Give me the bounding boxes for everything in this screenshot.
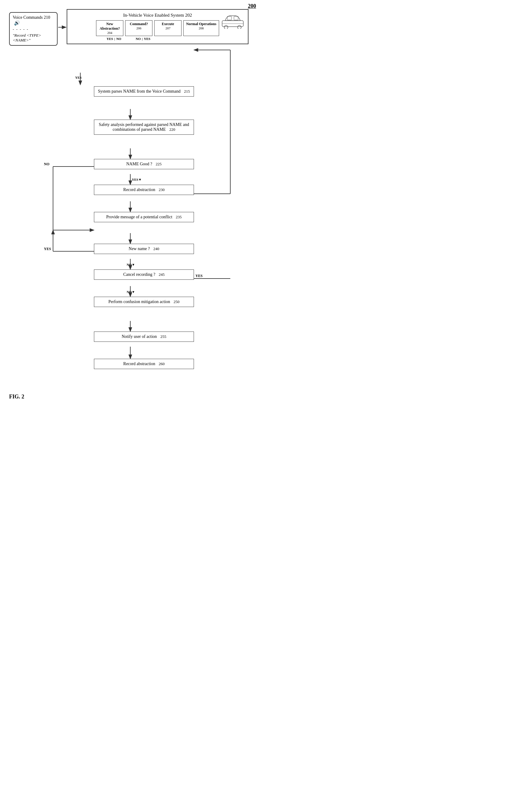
flow-text-220: Safety analysis performed against parsed… [99, 122, 189, 132]
flow-box-230: Record abstraction 230 [94, 185, 194, 195]
svg-text:NO: NO [44, 162, 50, 166]
flow-number-255: 255 [160, 334, 166, 339]
flow-number-260: 260 [159, 362, 165, 366]
flow-box-225: NAME Good ? 225 [94, 159, 194, 169]
flow-box-255: Notify user of action 255 [94, 332, 194, 342]
arrows-svg: YES YES▼ NO YES NO▼ [0, 0, 265, 406]
figure-label: FIG. 2 [9, 394, 24, 400]
flow-box-260: Record abstraction 260 [94, 359, 194, 369]
flow-text-255: Notify user of action [122, 334, 157, 339]
voice-command-text: "Record <TYPE> <NAME>" [13, 33, 54, 43]
flow-box-245: Cancel recording ? 245 [94, 270, 194, 280]
sub-box-labels-row: YES | NO NO | YES [70, 37, 245, 41]
flow-text-215: System parses NAME from the Voice Comman… [98, 89, 180, 93]
speaker-icon: 🔊 [14, 20, 20, 26]
svg-text:YES▼: YES▼ [132, 178, 141, 182]
flow-number-240: 240 [153, 246, 159, 251]
svg-text:YES: YES [75, 76, 82, 79]
voice-commands-box: Voice Commands 210 🔊 - - - - - "Record <… [9, 12, 58, 46]
voice-commands-number: 210 [44, 15, 50, 20]
sub-box-execute: Execute 207 [154, 20, 182, 36]
flow-text-235: Provide message of a potential conflict [106, 215, 172, 219]
flow-number-215: 215 [184, 89, 190, 93]
sub-box-new-abstraction: NewAbstraction? 204 [96, 20, 123, 36]
diagram-container: 200 Voice Commands 210 🔊 - - - - - "Reco… [0, 0, 265, 406]
flow-text-240: New name ? [129, 246, 150, 251]
figure-number: 200 [248, 3, 256, 10]
flow-number-250: 250 [173, 300, 180, 304]
flow-box-235: Provide message of a potential conflict … [94, 212, 194, 222]
flow-number-220: 220 [169, 127, 176, 132]
sub-boxes-row: NewAbstraction? 204 Command? 206 Execute… [70, 20, 245, 36]
svg-rect-5 [234, 16, 238, 20]
flow-number-245: 245 [159, 272, 165, 277]
voice-dashes: - - - - - [13, 27, 54, 32]
svg-text:NO▼: NO▼ [127, 263, 135, 266]
svg-text:YES: YES [44, 247, 51, 251]
svg-rect-4 [227, 16, 232, 20]
flow-number-235: 235 [176, 215, 182, 219]
flow-box-250: Perform confusion mitigation action 250 [94, 297, 194, 307]
flow-number-225: 225 [156, 162, 162, 166]
flow-text-230: Record abstraction [123, 187, 155, 192]
flow-number-230: 230 [159, 187, 165, 192]
invehicle-title: In-Vehicle Voice Enabled System 202 [70, 13, 245, 18]
sub-box-normal-ops: Normal Operations 208 [183, 20, 219, 36]
invehicle-system-box: In-Vehicle Voice Enabled System 202 NewA… [67, 9, 249, 44]
svg-text:NO▼: NO▼ [127, 290, 135, 294]
flow-box-220: Safety analysis performed against parsed… [94, 120, 194, 135]
flow-box-240: New name ? 240 [94, 244, 194, 254]
flow-text-260: Record abstraction [123, 362, 155, 366]
flow-text-250: Perform confusion mitigation action [109, 300, 170, 304]
flow-text-245: Cancel recording ? [123, 272, 155, 277]
flow-text-225: NAME Good ? [126, 162, 152, 166]
flow-box-215: System parses NAME from the Voice Comman… [94, 86, 194, 97]
svg-text:YES: YES [195, 274, 203, 278]
voice-commands-title: Voice Commands 210 🔊 [13, 15, 54, 26]
sub-box-command: Command? 206 [125, 20, 152, 36]
